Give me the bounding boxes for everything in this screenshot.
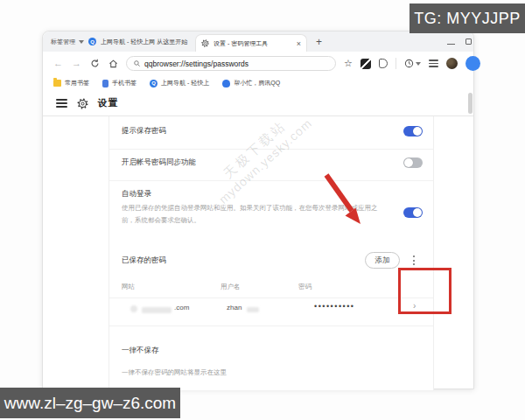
column-header-password: 密码	[298, 283, 312, 291]
add-password-button[interactable]: 添加	[365, 252, 400, 269]
tg-contact-label: TG: MYYJJPP	[410, 4, 525, 33]
address-bar-actions: ☆	[344, 52, 472, 75]
toggle-knob	[404, 158, 413, 167]
divider	[109, 149, 433, 150]
title-bar: 标签管理 Q 上网导航 - 轻快上网 从这里开始 设置 - 密码管理工具 × +	[43, 32, 473, 52]
tab-settings-passwords[interactable]: 设置 - 密码管理工具 ×	[195, 34, 307, 52]
close-tab-icon[interactable]: ×	[297, 39, 301, 48]
sidebar-toggle-icon[interactable]	[466, 56, 480, 71]
tab-label: 上网导航 - 轻快上网 从这里开始	[101, 38, 188, 46]
maximize-button[interactable]	[466, 38, 472, 45]
divider	[109, 180, 433, 181]
bookmark-navigation[interactable]: Q 上网导航 - 轻快上	[150, 79, 209, 88]
site-favicon	[130, 305, 137, 312]
bookmark-folder-common[interactable]: 常用书签	[53, 79, 89, 88]
qq-icon	[222, 80, 230, 88]
minimize-button[interactable]	[447, 44, 455, 45]
annotation-arrow-icon	[320, 172, 369, 229]
folder-icon	[53, 80, 61, 87]
bookmark-tencent-qq[interactable]: 帮小忙，腾讯QQ	[222, 79, 280, 88]
never-save-title: 一律不保存	[122, 346, 159, 356]
qqbrowser-nav-icon: Q	[88, 38, 96, 46]
bookmark-label: 常用书签	[65, 79, 89, 88]
save-prompt-toggle[interactable]	[403, 126, 423, 136]
scrollbar-thumb[interactable]	[468, 93, 472, 114]
gear-icon	[77, 98, 88, 109]
password-mask: ••••••••••	[314, 302, 355, 311]
clock-icon	[404, 59, 414, 68]
qqbrowser-nav-icon: Q	[150, 80, 158, 88]
password-settings-panel: 提示保存密码 开启帐号密码同步功能 自动登录 使用已保存的凭据自动登录网站和应用…	[108, 116, 434, 390]
divider	[109, 298, 433, 298]
screenshot-canvas: TG: MYYJJPP www.zl–zg–gw–z6.com 标签管理 Q 上…	[0, 0, 525, 420]
extension-icon[interactable]	[360, 59, 371, 69]
divider	[109, 326, 433, 326]
url-text: qqbrowser://settings/passwords	[144, 60, 248, 68]
never-save-hint: 一律不保存密码的网站将显示在这里	[122, 368, 227, 377]
feedback-icon[interactable]	[379, 59, 388, 68]
history-menu-button[interactable]	[404, 59, 421, 68]
menu-icon[interactable]	[429, 60, 438, 67]
tab-manager-button[interactable]: 标签管理	[51, 32, 84, 52]
auto-login-title: 自动登录	[122, 189, 151, 200]
saved-passwords-title: 已保存的密码	[122, 256, 166, 266]
bookmarks-bar: 常用书签 手机书签 Q 上网导航 - 轻快上 帮小忙，腾讯QQ	[43, 75, 473, 91]
divider	[396, 58, 396, 69]
column-header-username: 用户名	[220, 283, 241, 291]
sync-label: 开启帐号密码同步功能	[122, 158, 196, 168]
save-prompt-label: 提示保存密码	[122, 126, 166, 136]
chevron-down-icon	[416, 62, 421, 66]
toggle-knob	[413, 127, 422, 136]
annotation-red-box	[398, 268, 452, 314]
tab-manager-label: 标签管理	[51, 38, 75, 46]
username-cell: zhan	[227, 304, 242, 312]
tab-navigation-home[interactable]: Q 上网导航 - 轻快上网 从这里开始	[83, 32, 193, 52]
bookmark-folder-mobile[interactable]: 手机书签	[102, 79, 136, 88]
redacted-username	[247, 307, 259, 312]
home-icon[interactable]	[108, 59, 118, 68]
reload-icon[interactable]	[90, 59, 100, 68]
settings-menu-icon[interactable]	[56, 99, 67, 107]
website-cell: .com	[174, 304, 189, 312]
phone-icon	[102, 80, 108, 88]
search-icon	[133, 60, 141, 67]
bookmark-star-icon[interactable]: ☆	[344, 58, 353, 69]
gear-icon	[201, 39, 209, 47]
auto-login-toggle[interactable]	[403, 207, 423, 218]
settings-page-header: 设置	[43, 91, 473, 116]
more-options-icon[interactable]	[413, 256, 415, 265]
redacted-domain	[142, 307, 172, 313]
bookmark-label: 手机书签	[112, 79, 136, 88]
browser-window: 标签管理 Q 上网导航 - 轻快上网 从这里开始 设置 - 密码管理工具 × +…	[42, 31, 474, 389]
tab-label: 设置 - 密码管理工具	[214, 39, 292, 48]
back-icon[interactable]: ←	[53, 59, 63, 68]
watermark-site-label: www.zl–zg–gw–z6.com	[0, 388, 180, 418]
toggle-knob	[413, 208, 422, 217]
new-tab-button[interactable]: +	[316, 32, 322, 52]
profile-avatar[interactable]	[446, 58, 458, 69]
page-title: 设置	[98, 97, 118, 109]
sync-toggle[interactable]	[403, 158, 423, 168]
bookmark-label: 帮小忙，腾讯QQ	[234, 79, 280, 88]
forward-icon[interactable]: →	[72, 59, 81, 68]
bookmark-label: 上网导航 - 轻快上	[161, 79, 209, 88]
column-header-website: 网站	[122, 283, 135, 291]
url-field[interactable]: qqbrowser://settings/passwords	[126, 56, 336, 71]
